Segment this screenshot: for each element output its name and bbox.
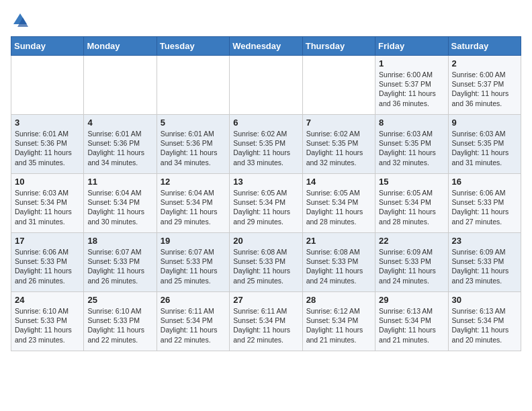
calendar-cell: 30Sunrise: 6:13 AM Sunset: 5:34 PM Dayli… xyxy=(448,292,521,351)
day-number: 6 xyxy=(233,118,298,128)
calendar-cell: 25Sunrise: 6:10 AM Sunset: 5:33 PM Dayli… xyxy=(84,292,157,351)
day-number: 10 xyxy=(15,177,80,187)
logo-icon xyxy=(11,11,30,30)
day-number: 22 xyxy=(379,236,444,246)
day-number: 17 xyxy=(15,236,80,246)
calendar-cell: 22Sunrise: 6:09 AM Sunset: 5:33 PM Dayli… xyxy=(375,233,448,292)
calendar-cell: 28Sunrise: 6:12 AM Sunset: 5:34 PM Dayli… xyxy=(302,292,375,351)
day-info: Sunrise: 6:10 AM Sunset: 5:33 PM Dayligh… xyxy=(15,306,80,345)
day-number: 3 xyxy=(15,118,80,128)
day-number: 28 xyxy=(306,295,371,305)
day-info: Sunrise: 6:02 AM Sunset: 5:35 PM Dayligh… xyxy=(306,129,371,167)
calendar-cell xyxy=(302,56,375,115)
calendar-cell: 4Sunrise: 6:01 AM Sunset: 5:36 PM Daylig… xyxy=(84,115,157,174)
day-info: Sunrise: 6:12 AM Sunset: 5:34 PM Dayligh… xyxy=(306,306,371,345)
day-number: 5 xyxy=(161,118,226,128)
day-info: Sunrise: 6:05 AM Sunset: 5:34 PM Dayligh… xyxy=(379,188,444,226)
day-number: 7 xyxy=(306,118,371,128)
day-number: 24 xyxy=(15,295,80,305)
calendar-cell: 13Sunrise: 6:05 AM Sunset: 5:34 PM Dayli… xyxy=(230,174,302,233)
calendar-cell: 7Sunrise: 6:02 AM Sunset: 5:35 PM Daylig… xyxy=(302,115,375,174)
day-info: Sunrise: 6:08 AM Sunset: 5:33 PM Dayligh… xyxy=(306,247,371,285)
calendar-header: SundayMondayTuesdayWednesdayThursdayFrid… xyxy=(11,37,521,56)
calendar-cell: 20Sunrise: 6:08 AM Sunset: 5:33 PM Dayli… xyxy=(230,233,302,292)
day-number: 16 xyxy=(452,177,517,187)
day-info: Sunrise: 6:13 AM Sunset: 5:34 PM Dayligh… xyxy=(379,306,444,345)
day-info: Sunrise: 6:01 AM Sunset: 5:36 PM Dayligh… xyxy=(87,129,152,167)
day-info: Sunrise: 6:03 AM Sunset: 5:34 PM Dayligh… xyxy=(15,188,80,226)
day-number: 11 xyxy=(87,177,152,187)
day-number: 1 xyxy=(379,58,444,68)
calendar-cell xyxy=(230,56,302,115)
calendar-cell: 29Sunrise: 6:13 AM Sunset: 5:34 PM Dayli… xyxy=(375,292,448,351)
day-info: Sunrise: 6:00 AM Sunset: 5:37 PM Dayligh… xyxy=(452,70,517,108)
day-number: 13 xyxy=(233,177,298,187)
calendar-cell: 19Sunrise: 6:07 AM Sunset: 5:33 PM Dayli… xyxy=(157,233,229,292)
calendar-cell: 15Sunrise: 6:05 AM Sunset: 5:34 PM Dayli… xyxy=(375,174,448,233)
calendar-cell: 27Sunrise: 6:11 AM Sunset: 5:34 PM Dayli… xyxy=(230,292,302,351)
calendar-cell: 23Sunrise: 6:09 AM Sunset: 5:33 PM Dayli… xyxy=(448,233,521,292)
calendar-week-1: 1Sunrise: 6:00 AM Sunset: 5:37 PM Daylig… xyxy=(11,56,521,115)
day-number: 20 xyxy=(233,236,298,246)
weekday-header-friday: Friday xyxy=(375,37,448,56)
calendar-week-4: 17Sunrise: 6:06 AM Sunset: 5:33 PM Dayli… xyxy=(11,233,521,292)
day-info: Sunrise: 6:08 AM Sunset: 5:33 PM Dayligh… xyxy=(233,247,298,285)
day-number: 26 xyxy=(161,295,226,305)
day-info: Sunrise: 6:03 AM Sunset: 5:35 PM Dayligh… xyxy=(379,129,444,167)
day-number: 18 xyxy=(87,236,152,246)
calendar-cell: 9Sunrise: 6:03 AM Sunset: 5:35 PM Daylig… xyxy=(448,115,521,174)
day-number: 19 xyxy=(161,236,226,246)
day-number: 2 xyxy=(452,58,517,68)
day-number: 8 xyxy=(379,118,444,128)
calendar-cell xyxy=(11,56,84,115)
calendar-cell: 1Sunrise: 6:00 AM Sunset: 5:37 PM Daylig… xyxy=(375,56,448,115)
weekday-header-saturday: Saturday xyxy=(448,37,521,56)
day-number: 27 xyxy=(233,295,298,305)
day-info: Sunrise: 6:01 AM Sunset: 5:36 PM Dayligh… xyxy=(161,129,226,167)
calendar-cell: 14Sunrise: 6:05 AM Sunset: 5:34 PM Dayli… xyxy=(302,174,375,233)
calendar-cell: 24Sunrise: 6:10 AM Sunset: 5:33 PM Dayli… xyxy=(11,292,84,351)
calendar-cell: 8Sunrise: 6:03 AM Sunset: 5:35 PM Daylig… xyxy=(375,115,448,174)
calendar-cell: 16Sunrise: 6:06 AM Sunset: 5:33 PM Dayli… xyxy=(448,174,521,233)
day-info: Sunrise: 6:13 AM Sunset: 5:34 PM Dayligh… xyxy=(452,306,517,345)
day-info: Sunrise: 6:07 AM Sunset: 5:33 PM Dayligh… xyxy=(161,247,226,285)
day-info: Sunrise: 6:10 AM Sunset: 5:33 PM Dayligh… xyxy=(87,306,152,345)
day-info: Sunrise: 6:04 AM Sunset: 5:34 PM Dayligh… xyxy=(161,188,226,226)
weekday-header-tuesday: Tuesday xyxy=(157,37,229,56)
calendar-cell: 18Sunrise: 6:07 AM Sunset: 5:33 PM Dayli… xyxy=(84,233,157,292)
calendar-cell xyxy=(157,56,229,115)
day-info: Sunrise: 6:02 AM Sunset: 5:35 PM Dayligh… xyxy=(233,129,298,167)
day-info: Sunrise: 6:05 AM Sunset: 5:34 PM Dayligh… xyxy=(233,188,298,226)
calendar-cell: 3Sunrise: 6:01 AM Sunset: 5:36 PM Daylig… xyxy=(11,115,84,174)
day-number: 15 xyxy=(379,177,444,187)
day-info: Sunrise: 6:09 AM Sunset: 5:33 PM Dayligh… xyxy=(452,247,517,285)
day-number: 21 xyxy=(306,236,371,246)
day-number: 4 xyxy=(87,118,152,128)
calendar-cell: 6Sunrise: 6:02 AM Sunset: 5:35 PM Daylig… xyxy=(230,115,302,174)
calendar-cell xyxy=(84,56,157,115)
day-info: Sunrise: 6:06 AM Sunset: 5:33 PM Dayligh… xyxy=(15,247,80,285)
logo xyxy=(11,11,32,30)
page-header xyxy=(11,11,521,30)
weekday-header-wednesday: Wednesday xyxy=(230,37,302,56)
day-info: Sunrise: 6:11 AM Sunset: 5:34 PM Dayligh… xyxy=(161,306,226,345)
day-number: 29 xyxy=(379,295,444,305)
calendar-cell: 2Sunrise: 6:00 AM Sunset: 5:37 PM Daylig… xyxy=(448,56,521,115)
weekday-header-sunday: Sunday xyxy=(11,37,84,56)
calendar-week-5: 24Sunrise: 6:10 AM Sunset: 5:33 PM Dayli… xyxy=(11,292,521,351)
day-info: Sunrise: 6:01 AM Sunset: 5:36 PM Dayligh… xyxy=(15,129,80,167)
day-number: 23 xyxy=(452,236,517,246)
weekday-header-monday: Monday xyxy=(84,37,157,56)
calendar-cell: 17Sunrise: 6:06 AM Sunset: 5:33 PM Dayli… xyxy=(11,233,84,292)
day-number: 14 xyxy=(306,177,371,187)
calendar-week-3: 10Sunrise: 6:03 AM Sunset: 5:34 PM Dayli… xyxy=(11,174,521,233)
day-info: Sunrise: 6:09 AM Sunset: 5:33 PM Dayligh… xyxy=(379,247,444,285)
day-number: 12 xyxy=(161,177,226,187)
calendar-cell: 21Sunrise: 6:08 AM Sunset: 5:33 PM Dayli… xyxy=(302,233,375,292)
day-number: 25 xyxy=(87,295,152,305)
day-info: Sunrise: 6:07 AM Sunset: 5:33 PM Dayligh… xyxy=(87,247,152,285)
day-info: Sunrise: 6:06 AM Sunset: 5:33 PM Dayligh… xyxy=(452,188,517,226)
calendar-cell: 11Sunrise: 6:04 AM Sunset: 5:34 PM Dayli… xyxy=(84,174,157,233)
calendar-week-2: 3Sunrise: 6:01 AM Sunset: 5:36 PM Daylig… xyxy=(11,115,521,174)
day-info: Sunrise: 6:11 AM Sunset: 5:34 PM Dayligh… xyxy=(233,306,298,345)
